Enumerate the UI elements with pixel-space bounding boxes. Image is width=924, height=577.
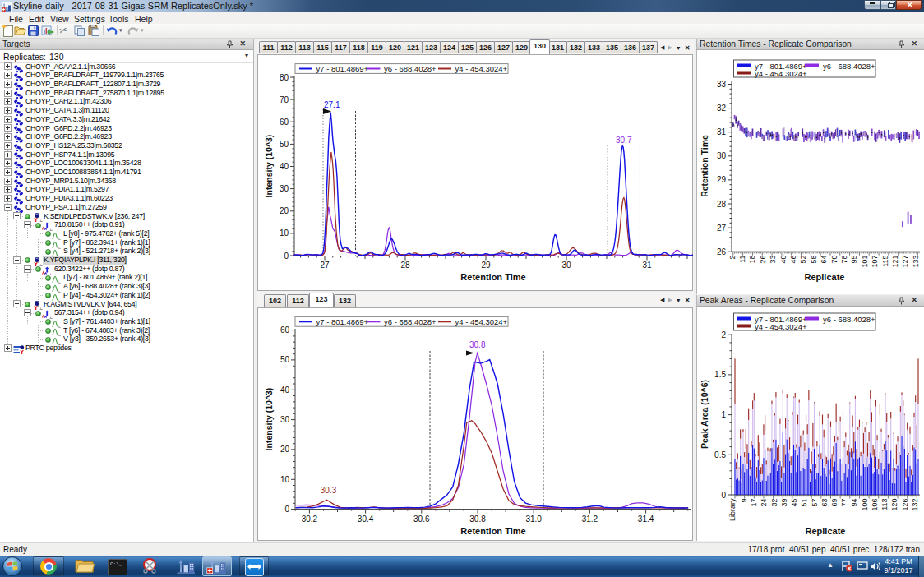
svg-text:70: 70	[280, 95, 289, 104]
svg-text:Replicate: Replicate	[806, 526, 846, 536]
svg-text:0: 0	[284, 505, 289, 514]
svg-text:30.3: 30.3	[321, 486, 337, 495]
svg-text:50: 50	[280, 140, 289, 149]
svg-text:121: 121	[891, 256, 899, 268]
svg-text:31.4: 31.4	[638, 515, 654, 524]
svg-text:107: 107	[871, 256, 879, 268]
svg-text:46: 46	[789, 256, 797, 264]
svg-text:10: 10	[280, 475, 290, 484]
svg-text:1: 1	[721, 410, 726, 419]
svg-text:28: 28	[400, 261, 410, 270]
svg-text:31.0: 31.0	[525, 515, 542, 524]
svg-text:y6 - 688.4028+: y6 - 688.4028+	[823, 62, 875, 71]
svg-text:Retention Time: Retention Time	[460, 526, 525, 536]
svg-text:70: 70	[830, 256, 839, 264]
svg-text:30: 30	[280, 415, 290, 424]
svg-text:32: 32	[717, 104, 727, 113]
svg-text:40: 40	[280, 162, 289, 171]
svg-text:17: 17	[750, 499, 758, 507]
svg-text:32: 32	[770, 499, 778, 507]
svg-text:95: 95	[850, 256, 858, 264]
svg-text:Intensity (10^3): Intensity (10^3)	[264, 135, 274, 198]
svg-text:28: 28	[717, 200, 727, 209]
svg-text:10: 10	[280, 228, 289, 238]
svg-text:132: 132	[911, 499, 919, 511]
svg-text:64: 64	[820, 256, 828, 264]
svg-text:20: 20	[280, 445, 290, 454]
svg-text:29: 29	[717, 175, 727, 184]
svg-text:Library: Library	[728, 498, 737, 521]
svg-text:30.8: 30.8	[469, 515, 486, 524]
svg-text:40: 40	[280, 385, 290, 395]
svg-text:60: 60	[280, 118, 289, 127]
svg-text:30.7: 30.7	[616, 136, 632, 145]
svg-text:20: 20	[280, 206, 289, 215]
svg-text:50: 50	[280, 355, 290, 364]
svg-text:y6 - 688.4028+: y6 - 688.4028+	[384, 64, 437, 73]
svg-text:26: 26	[759, 256, 767, 264]
svg-text:30: 30	[561, 261, 571, 270]
svg-text:24: 24	[760, 499, 768, 507]
svg-text:39: 39	[780, 499, 788, 507]
svg-text:y4 - 454.3024+: y4 - 454.3024+	[755, 69, 807, 78]
svg-text:1.5: 1.5	[714, 370, 726, 379]
svg-text:y4 - 454.3024+: y4 - 454.3024+	[455, 317, 508, 326]
svg-text:Peak Area (10^6): Peak Area (10^6)	[700, 380, 709, 449]
svg-text:69: 69	[830, 499, 839, 507]
svg-text:57: 57	[811, 499, 819, 507]
svg-text:y6 - 688.4028+: y6 - 688.4028+	[823, 315, 875, 324]
svg-text:80: 80	[280, 73, 289, 82]
svg-text:58: 58	[810, 256, 818, 264]
svg-text:31.2: 31.2	[582, 515, 598, 524]
svg-text:29: 29	[481, 261, 491, 270]
svg-text:0.5: 0.5	[714, 450, 726, 459]
svg-text:y4 - 454.3024+: y4 - 454.3024+	[455, 64, 508, 73]
svg-text:126: 126	[901, 499, 909, 511]
svg-text:101: 101	[861, 256, 869, 268]
svg-text:30.4: 30.4	[358, 515, 374, 524]
svg-text:127: 127	[901, 256, 909, 268]
svg-text:27: 27	[320, 261, 330, 270]
svg-text:0: 0	[284, 252, 289, 261]
svg-text:60: 60	[280, 325, 290, 335]
svg-text:27.1: 27.1	[324, 100, 340, 109]
svg-text:26: 26	[717, 247, 727, 256]
svg-text:78: 78	[840, 256, 848, 264]
svg-text:9: 9	[740, 499, 748, 503]
svg-text:27: 27	[717, 224, 727, 233]
svg-text:30: 30	[717, 151, 727, 160]
svg-text:11: 11	[738, 256, 746, 263]
svg-text:2: 2	[728, 256, 737, 260]
svg-text:y4 - 454.3024+: y4 - 454.3024+	[755, 322, 807, 331]
svg-text:33: 33	[717, 80, 727, 89]
svg-text:51: 51	[800, 499, 808, 507]
svg-text:Retention Time: Retention Time	[700, 135, 709, 197]
svg-text:40: 40	[779, 256, 788, 264]
svg-text:100: 100	[861, 499, 869, 511]
svg-text:45: 45	[790, 499, 798, 507]
svg-text:Retention Time: Retention Time	[460, 272, 525, 282]
svg-text:Replicate: Replicate	[805, 272, 845, 282]
svg-text:106: 106	[871, 499, 879, 511]
svg-text:30.2: 30.2	[302, 515, 318, 524]
svg-text:Intensity (10^3): Intensity (10^3)	[264, 388, 274, 451]
svg-text:0: 0	[721, 491, 726, 500]
svg-text:120: 120	[890, 499, 899, 511]
svg-text:94: 94	[850, 499, 858, 507]
svg-text:77: 77	[840, 499, 848, 507]
svg-text:y7 - 801.4869+: y7 - 801.4869+	[316, 64, 369, 73]
svg-text:y7 - 801.4869+: y7 - 801.4869+	[316, 317, 369, 326]
svg-text:63: 63	[820, 499, 829, 507]
svg-text:30.6: 30.6	[413, 515, 430, 524]
svg-text:133: 133	[912, 256, 920, 268]
svg-text:31: 31	[717, 127, 727, 136]
svg-text:52: 52	[799, 256, 807, 264]
svg-text:33: 33	[769, 256, 777, 264]
svg-text:2: 2	[721, 330, 726, 339]
svg-text:115: 115	[881, 256, 889, 267]
svg-text:30.8: 30.8	[469, 340, 486, 349]
svg-text:18: 18	[748, 256, 756, 264]
svg-text:30: 30	[280, 184, 289, 193]
svg-text:113: 113	[880, 499, 889, 510]
svg-text:31: 31	[642, 261, 652, 270]
